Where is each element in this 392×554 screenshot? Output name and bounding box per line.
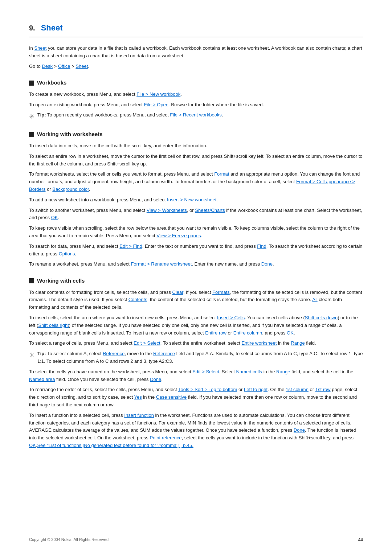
- cells-para3: To select a range of cells, press Menu, …: [29, 340, 363, 347]
- find-link[interactable]: Find: [257, 243, 266, 249]
- sheets-charts-link[interactable]: Sheets/Charts: [195, 208, 225, 213]
- footer: Copyright © 2004 Nokia. All Rights Reser…: [29, 537, 363, 543]
- insert-function-link[interactable]: Insert function: [124, 413, 154, 418]
- ok-link2[interactable]: OK: [287, 330, 294, 336]
- ok-link3[interactable]: OK: [29, 443, 36, 448]
- tools-sort-top-bottom-link[interactable]: Tools > Sort > Top to bottom: [178, 387, 237, 392]
- format-rename-worksheet-link[interactable]: Format > Rename worksheet: [131, 261, 192, 267]
- edit-select-link[interactable]: Edit > Select: [134, 340, 160, 346]
- cells-para5: To rearrange the order of cells, select …: [29, 386, 363, 409]
- intro-desk-link[interactable]: Desk: [42, 63, 53, 69]
- cells-header: Working with cells: [29, 277, 363, 285]
- format-link[interactable]: Format: [214, 171, 229, 177]
- worksheets-para2: To select an entire row in a worksheet, …: [29, 153, 363, 168]
- footer-page-number: 44: [358, 537, 363, 543]
- cells-para6: To insert a function into a selected cel…: [29, 412, 363, 450]
- done-link1[interactable]: Done: [261, 261, 273, 267]
- cells-para4: To select the cells you have named on th…: [29, 368, 363, 383]
- formats-link[interactable]: Formats: [212, 290, 230, 295]
- file-new-workbook-link[interactable]: File > New workbook: [136, 91, 180, 97]
- chapter-title: Sheet: [41, 22, 63, 34]
- tip-bold-label2: Tip:: [37, 351, 46, 356]
- all-link[interactable]: All: [312, 297, 317, 302]
- entire-column-link[interactable]: Entire column: [233, 330, 262, 336]
- range-link[interactable]: Range: [291, 340, 305, 346]
- worksheets-para7: To search for data, press Menu, and sele…: [29, 243, 363, 258]
- tip-icon2: ✳: [29, 350, 34, 360]
- cells-para1: To clear contents or formatting from cel…: [29, 289, 363, 311]
- list-functions-link[interactable]: See "List of functions.[No generated tex…: [37, 443, 193, 448]
- worksheets-para4: To add a new worksheet into a workbook, …: [29, 196, 363, 204]
- point-reference-link[interactable]: Point reference: [150, 435, 181, 440]
- range-link2[interactable]: Range: [276, 369, 290, 374]
- worksheets-para6: To keep rows visible when scrolling, sel…: [29, 225, 363, 240]
- insert-cells-link[interactable]: Insert > Cells: [217, 315, 245, 320]
- reference-link2[interactable]: Reference: [153, 351, 175, 356]
- chapter-title-section: 9. Sheet: [29, 22, 363, 37]
- chapter-number: 9.: [29, 22, 35, 33]
- intro-office-link[interactable]: Office: [58, 63, 70, 69]
- intro-text1: In Sheet you can store your data in a fi…: [29, 45, 362, 58]
- workbooks-para2: To open an existing workbook, press Menu…: [29, 101, 363, 109]
- cells-tip-text: Tip: To select column A, select Referenc…: [37, 350, 363, 365]
- left-to-right-link[interactable]: Left to right: [244, 387, 268, 392]
- page-container: 9. Sheet In Sheet you can store your dat…: [0, 0, 392, 554]
- workbooks-header-icon: [29, 81, 34, 86]
- tip-bold-label: Tip:: [37, 112, 46, 118]
- reference-link1[interactable]: Reference: [103, 351, 124, 356]
- intro-sheet-link2[interactable]: Sheet: [75, 63, 88, 69]
- done-link3[interactable]: Done: [294, 427, 305, 433]
- named-cells-link[interactable]: Named cells: [236, 369, 262, 374]
- contents-link[interactable]: Contents: [128, 297, 147, 302]
- entire-worksheet-link[interactable]: Entire worksheet: [241, 340, 277, 346]
- workbooks-header-text: Workbooks: [37, 79, 66, 87]
- cells-tip: ✳ Tip: To select column A, select Refere…: [29, 350, 363, 365]
- cells-header-icon: [29, 278, 34, 283]
- edit-find-link[interactable]: Edit > Find: [119, 243, 142, 249]
- tip-icon: ✳: [29, 112, 34, 122]
- clear-link[interactable]: Clear: [172, 290, 183, 295]
- intro-para2: Go to Desk > Office > Sheet.: [29, 63, 363, 70]
- shift-cells-right-link[interactable]: Shift cells right: [38, 323, 69, 328]
- 1st-row-link[interactable]: 1st row: [315, 387, 331, 392]
- file-recent-workbooks-link[interactable]: File > Recent workbooks: [170, 112, 222, 118]
- cells-section: Working with cells To clear contents or …: [29, 277, 363, 450]
- worksheets-header-icon: [29, 132, 34, 137]
- worksheets-para3: To format worksheets, select the cell or…: [29, 171, 363, 193]
- footer-copyright: Copyright © 2004 Nokia. All Rights Reser…: [29, 537, 110, 543]
- view-worksheets-link[interactable]: View > Worksheets: [147, 208, 187, 213]
- workbooks-tip-text: Tip: To open recently used workbooks, pr…: [37, 111, 223, 119]
- workbooks-para1: To create a new workbook, press Menu, an…: [29, 91, 363, 98]
- intro-sheet-link[interactable]: Sheet: [34, 45, 46, 51]
- worksheets-header-text: Working with worksheets: [37, 130, 103, 139]
- cells-para2: To insert cells, select the area where y…: [29, 314, 363, 337]
- done-link2[interactable]: Done: [150, 377, 161, 382]
- worksheets-para5: To switch to another worksheet, press Me…: [29, 207, 363, 222]
- workbooks-header: Workbooks: [29, 79, 363, 87]
- intro-section: In Sheet you can store your data in a fi…: [29, 45, 363, 70]
- ok-link1[interactable]: OK: [51, 215, 58, 220]
- insert-new-worksheet-link[interactable]: Insert > New worksheet: [167, 197, 216, 202]
- view-freeze-panes-link[interactable]: View > Freeze panes: [156, 233, 201, 238]
- entire-row-link[interactable]: Entire row: [205, 330, 226, 336]
- cells-header-text: Working with cells: [37, 277, 85, 285]
- workbooks-tip: ✳ Tip: To open recently used workbooks, …: [29, 111, 363, 122]
- options-link[interactable]: Options: [59, 251, 75, 257]
- worksheets-para8: To rename a worksheet, press Menu, and s…: [29, 260, 363, 268]
- 1st-column-link[interactable]: 1st column: [286, 387, 309, 392]
- shift-cells-down-link[interactable]: Shift cells down: [305, 315, 338, 320]
- yes-link[interactable]: Yes: [134, 394, 142, 400]
- case-sensitive-link[interactable]: Case sensitive: [156, 394, 187, 400]
- workbooks-section: Workbooks To create a new workbook, pres…: [29, 79, 363, 122]
- file-open-link[interactable]: File > Open: [144, 102, 169, 107]
- worksheets-section: Working with worksheets To insert data i…: [29, 130, 363, 268]
- named-area-link[interactable]: Named area: [29, 377, 55, 382]
- worksheets-header: Working with worksheets: [29, 130, 363, 139]
- worksheets-para1: To insert data into cells, move to the c…: [29, 142, 363, 150]
- edit-select-link2[interactable]: Edit > Select: [192, 369, 219, 374]
- intro-para1: In Sheet you can store your data in a fi…: [29, 45, 363, 60]
- intro-goto-text: Go to Desk > Office > Sheet.: [29, 63, 89, 69]
- background-color-link[interactable]: Background color: [52, 186, 89, 192]
